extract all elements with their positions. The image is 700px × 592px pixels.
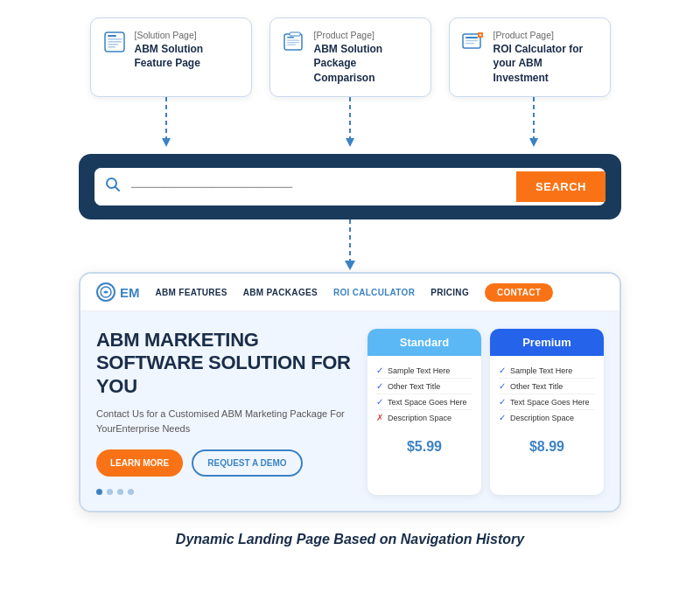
svg-rect-4: [108, 44, 118, 45]
website-mockup: EM ABM FEATURES ABM PACKAGES ROI CALCULA…: [79, 272, 621, 512]
check-icon-7: ✓: [499, 413, 506, 422]
svg-rect-1: [108, 35, 116, 37]
check-icon-5: ✓: [499, 381, 506, 391]
standard-price: $5.99: [368, 432, 481, 463]
search-icon: [94, 168, 131, 205]
pricing-cards: Standard ✓Sample Text Here ✓Other Text T…: [368, 329, 604, 495]
premium-feature-3: ✓Text Space Goes Here: [499, 394, 595, 410]
pricing-card-premium: Premium ✓Sample Text Here ✓Other Text Ti…: [490, 329, 604, 495]
svg-rect-15: [466, 43, 474, 44]
svg-rect-18: [480, 34, 480, 37]
svg-rect-9: [287, 42, 299, 43]
pricing-header-premium: Premium: [490, 329, 604, 356]
card-1-title: ABM Solution Feature Page: [135, 42, 239, 72]
search-bar: SEARCH: [94, 168, 606, 205]
site-nav: EM ABM FEATURES ABM PACKAGES ROI CALCULA…: [80, 274, 620, 311]
svg-rect-11: [290, 32, 300, 36]
svg-rect-13: [466, 37, 478, 38]
premium-feature-2: ✓Other Text Title: [499, 379, 595, 394]
hero-title: ABM MARKETING SOFTWARE SOLUTION FOR YOU: [96, 329, 354, 398]
svg-rect-2: [108, 38, 122, 40]
cross-icon-1: ✗: [376, 413, 383, 422]
nav-roi-calculator[interactable]: ROI CALCULATOR: [333, 288, 415, 297]
pricing-card-standard: Standard ✓Sample Text Here ✓Other Text T…: [368, 329, 481, 495]
hero-subtitle: Contact Us for a Customised ABM Marketin…: [96, 407, 354, 435]
nav-logo-icon: [96, 282, 116, 302]
card-solution-page: [Solution Page] ABM Solution Feature Pag…: [90, 17, 252, 97]
search-container: SEARCH: [79, 154, 621, 219]
top-cards-row: [Solution Page] ABM Solution Feature Pag…: [18, 17, 682, 97]
card-1-text: [Solution Page] ABM Solution Feature Pag…: [135, 29, 239, 71]
card-2-text: [Product Page] ABM Solution Package Comp…: [314, 29, 418, 86]
card-1-tag: [Solution Page]: [135, 29, 239, 42]
dot-1: [96, 489, 102, 495]
request-demo-button[interactable]: REQUEST A DEMO: [192, 449, 302, 477]
svg-marker-24: [529, 138, 538, 147]
card-3-title: ROI Calculator for your ABM Investment: [494, 42, 598, 86]
nav-logo-text: EM: [120, 285, 140, 300]
card-3-text: [Product Page] ROI Calculator for your A…: [494, 29, 598, 86]
card-icon-3: [462, 31, 485, 59]
svg-rect-14: [466, 40, 478, 41]
learn-more-button[interactable]: LEARN MORE: [96, 449, 183, 477]
standard-feature-2: ✓Other Text Title: [376, 379, 472, 394]
search-button[interactable]: SEARCH: [516, 171, 606, 202]
dot-3: [117, 489, 123, 495]
premium-feature-1: ✓Sample Text Here: [499, 363, 595, 379]
site-hero: ABM MARKETING SOFTWARE SOLUTION FOR YOU …: [96, 329, 354, 495]
standard-feature-4: ✗Description Space: [376, 410, 472, 425]
svg-rect-7: [287, 37, 294, 38]
nav-contact-btn[interactable]: CONTACT: [485, 283, 553, 302]
hero-buttons: LEARN MORE REQUEST A DEMO: [96, 449, 354, 477]
nav-abm-features[interactable]: ABM FEATURES: [156, 288, 228, 297]
svg-marker-20: [162, 138, 171, 147]
nav-logo: EM: [96, 282, 140, 302]
nav-abm-packages[interactable]: ABM PACKAGES: [243, 288, 318, 297]
site-content: ABM MARKETING SOFTWARE SOLUTION FOR YOU …: [80, 311, 620, 511]
card-2-title: ABM Solution Package Comparison: [314, 42, 418, 86]
premium-feature-4: ✓Description Space: [499, 410, 595, 425]
carousel-dots: [96, 489, 354, 495]
pricing-header-standard: Standard: [368, 329, 481, 356]
check-icon-6: ✓: [499, 397, 506, 407]
arrows-svg: [79, 97, 621, 154]
card-2-tag: [Product Page]: [314, 29, 418, 42]
dot-4: [128, 489, 134, 495]
card-product-comparison: [Product Page] ABM Solution Package Comp…: [270, 17, 431, 97]
svg-rect-3: [108, 41, 122, 43]
standard-feature-3: ✓Text Space Goes Here: [376, 394, 472, 410]
check-icon-2: ✓: [376, 381, 383, 391]
check-icon-1: ✓: [376, 366, 383, 375]
standard-features: ✓Sample Text Here ✓Other Text Title ✓Tex…: [368, 356, 481, 432]
premium-price: $8.99: [490, 432, 604, 463]
search-input[interactable]: [131, 171, 516, 202]
svg-rect-10: [287, 45, 296, 45]
card-icon-2: [283, 31, 305, 59]
check-icon-3: ✓: [376, 397, 383, 407]
card-3-tag: [Product Page]: [494, 29, 598, 42]
svg-marker-28: [345, 261, 355, 270]
premium-features: ✓Sample Text Here ✓Other Text Title ✓Tex…: [490, 356, 604, 432]
nav-pricing[interactable]: PRICING: [430, 288, 469, 297]
diagram-container: [Solution Page] ABM Solution Feature Pag…: [18, 17, 682, 547]
svg-rect-8: [287, 40, 299, 41]
bottom-label: Dynamic Landing Page Based on Navigation…: [176, 532, 524, 547]
card-roi-calculator: [Product Page] ROI Calculator for your A…: [449, 17, 611, 97]
dot-2: [107, 489, 113, 495]
standard-feature-1: ✓Sample Text Here: [376, 363, 472, 379]
svg-line-26: [116, 187, 120, 192]
svg-marker-22: [346, 138, 354, 147]
svg-rect-5: [108, 46, 116, 48]
mid-arrow-svg: [337, 219, 363, 272]
card-icon-1: [103, 31, 126, 59]
check-icon-4: ✓: [499, 366, 506, 375]
